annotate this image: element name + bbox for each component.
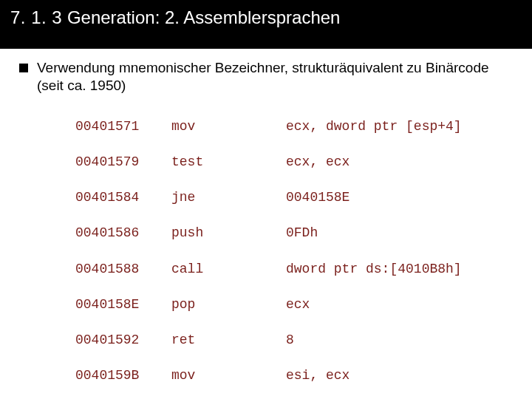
code-op: test bbox=[171, 153, 286, 171]
code-row: 0040159Bmovesi, ecx bbox=[75, 366, 517, 384]
code-addr: 00401571 bbox=[75, 117, 171, 135]
bullet-list: Verwendung mnemonischer Bezeichner, stru… bbox=[15, 59, 517, 399]
code-op: ret bbox=[171, 331, 286, 349]
code-addr: 00401579 bbox=[75, 153, 171, 171]
code-row: 00401584jne0040158E bbox=[75, 188, 517, 206]
code-args: ecx bbox=[286, 296, 310, 313]
section-number: 7. 1. 3 bbox=[10, 7, 62, 27]
code-args: ecx, ecx bbox=[286, 153, 349, 171]
code-op: call bbox=[171, 260, 286, 278]
code-addr: 00401586 bbox=[75, 224, 171, 242]
title-bar: 7. 1. 3 Generation: 2. Assemblersprachen bbox=[0, 0, 532, 49]
code-row: 00401592ret8 bbox=[75, 331, 517, 349]
content-area: Verwendung mnemonischer Bezeichner, stru… bbox=[0, 49, 532, 399]
code-op: push bbox=[171, 224, 286, 242]
code-row: 00401579testecx, ecx bbox=[75, 153, 517, 171]
code-block: 00401571movecx, dword ptr [esp+4] 004015… bbox=[75, 100, 517, 399]
code-op: jne bbox=[171, 188, 286, 206]
code-args: dword ptr ds:[4010B8h] bbox=[286, 260, 462, 278]
code-op: mov bbox=[171, 117, 286, 135]
code-op: pop bbox=[171, 296, 286, 313]
bullet-text: Verwendung mnemonischer Bezeichner, stru… bbox=[37, 60, 489, 93]
code-addr: 00401592 bbox=[75, 331, 171, 349]
bullet-item: Verwendung mnemonischer Bezeichner, stru… bbox=[15, 59, 517, 399]
code-addr: 00401588 bbox=[75, 260, 171, 278]
code-addr: 00401584 bbox=[75, 188, 171, 206]
code-args: esi, ecx bbox=[286, 366, 349, 384]
code-op: mov bbox=[171, 366, 286, 384]
code-args: 0FDh bbox=[286, 224, 318, 242]
code-row: 00401588calldword ptr ds:[4010B8h] bbox=[75, 260, 517, 278]
title-text: Generation: 2. Assemblersprachen bbox=[67, 7, 341, 27]
code-row: 00401586push0FDh bbox=[75, 224, 517, 242]
code-row: 00401571movecx, dword ptr [esp+4] bbox=[75, 117, 517, 135]
slide: 7. 1. 3 Generation: 2. Assemblersprachen… bbox=[0, 0, 532, 399]
code-addr: 0040158E bbox=[75, 296, 171, 313]
code-addr: 0040159B bbox=[75, 366, 171, 384]
code-row: 0040158Epopecx bbox=[75, 296, 517, 313]
code-args: 8 bbox=[286, 331, 294, 349]
code-args: 0040158E bbox=[286, 188, 349, 206]
code-args: ecx, dword ptr [esp+4] bbox=[286, 117, 462, 135]
